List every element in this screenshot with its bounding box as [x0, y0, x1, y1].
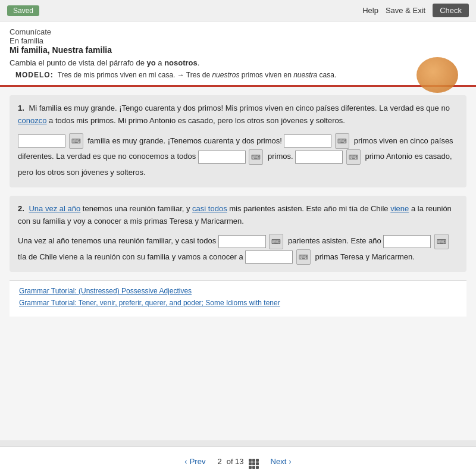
exercise-2-viene: viene [390, 204, 409, 213]
instruction-text: Cambia el punto de vista del párrafo de … [10, 58, 466, 67]
modelo-line: MODELO: Tres de mis primos viven en mi c… [10, 71, 466, 79]
exercise-2-source: 2. Una vez al año tenemos una reunión fa… [18, 203, 458, 228]
exercise-2-una-vez: Una vez al año [29, 204, 80, 213]
check-button[interactable]: Check [433, 4, 469, 17]
exercise-1-input-3[interactable] [198, 151, 246, 164]
prev-button[interactable]: ‹ Prev [184, 457, 205, 466]
modelo-italic1: nuestros [212, 71, 239, 79]
exercise-1-ans-text1: familia es muy grande. ¡Tenemos cuarenta… [87, 136, 284, 145]
saved-badge: Saved [7, 5, 39, 16]
exercise-1-input-1[interactable] [18, 134, 65, 148]
exercise-1-source-text2: a todos mis primos. Mi primo Antonio es … [46, 116, 345, 125]
exercise-block-1: 1. Mi familia es muy grande. ¡Tengo cuar… [10, 95, 466, 187]
modelo-text3: casa. [317, 71, 336, 79]
next-chevron-icon: › [289, 457, 291, 466]
of-pages: of 13 [227, 457, 244, 466]
nosotros-label: nosotros [164, 58, 198, 67]
top-bar-left: Saved [7, 5, 39, 16]
exercise-1-answer: ⌨ familia es muy grande. ¡Tenemos cuaren… [18, 133, 458, 180]
section-en-familia: En familia [10, 36, 466, 45]
modelo-text2: primos viven en [239, 71, 293, 79]
exercise-2-src-text2: mis parientes asisten. Este año mi tía d… [227, 204, 391, 213]
exercise-2-ans-text3: primas Teresa y Maricarmen. [315, 252, 415, 261]
grammar-links-section: Grammar Tutorial: (Unstressed) Possessiv… [10, 280, 466, 317]
next-button[interactable]: Next › [271, 457, 292, 466]
help-button[interactable]: Help [362, 6, 378, 15]
exercise-1-input-4[interactable] [295, 151, 343, 164]
keyboard-icon-4: ⌨ [346, 149, 361, 165]
exercise-1-number: 1. [18, 104, 24, 112]
keyboard-icon-3: ⌨ [249, 149, 263, 165]
grid-icon [249, 455, 259, 469]
next-label: Next [271, 457, 287, 466]
exercise-2-ans-text2: tía de Chile viene a la reunión con su f… [18, 252, 245, 261]
exercise-2-input-3[interactable] [245, 250, 293, 264]
exercise-2-ans-prefix: Una vez al año tenemos una reunión famil… [18, 236, 218, 245]
grammar-link-2[interactable]: Grammar Tutorial: Tener, venir, preferir… [19, 299, 457, 307]
modelo-text1: Tres de mis primos viven en mi casa. → T… [58, 71, 212, 79]
exercise-block-2: 2. Una vez al año tenemos una reunión fa… [10, 196, 466, 273]
exercise-1-conozco: conozco [18, 116, 46, 125]
keyboard-icon-2: ⌨ [335, 133, 349, 149]
exercise-2-input-2[interactable] [383, 235, 431, 248]
exercise-1-input-2[interactable] [284, 134, 331, 148]
prev-chevron-icon: ‹ [184, 457, 187, 466]
page-info: 2 of 13 [217, 455, 258, 469]
exercise-1-source-text1: Mi familia es muy grande. ¡Tengo cuarent… [29, 104, 449, 112]
exercise-2-src-text1: tenemos una reunión familiar, y [80, 204, 192, 213]
keyboard-icon-7: ⌨ [296, 249, 311, 265]
top-bar: Saved Help Save & Exit Check [0, 0, 476, 21]
save-exit-button[interactable]: Save & Exit [386, 6, 425, 15]
prev-label: Prev [190, 457, 206, 466]
main-content: 1. Mi familia es muy grande. ¡Tengo cuar… [0, 87, 476, 440]
bottom-nav: ‹ Prev 2 of 13 Next › [0, 446, 476, 476]
exercise-2-casi-todos: casi todos [192, 204, 227, 213]
exercise-2-ans-text1: parientes asisten. Este año [288, 236, 383, 245]
current-page: 2 [217, 457, 221, 466]
yo-label: yo [147, 58, 156, 67]
section-mi-familia: Mi familia, Nuestra familia [10, 45, 466, 55]
decorative-blob [416, 57, 458, 93]
grid-view-icon [249, 459, 259, 469]
top-bar-right: Help Save & Exit Check [362, 4, 469, 17]
header-section: Comunícate En familia Mi familia, Nuestr… [0, 21, 476, 87]
grammar-link-1[interactable]: Grammar Tutorial: (Unstressed) Possessiv… [19, 287, 457, 295]
exercise-1-ans-text3: primos. [268, 152, 295, 161]
modelo-label: MODELO: [15, 71, 54, 79]
keyboard-icon-6: ⌨ [434, 234, 449, 249]
keyboard-icon-5: ⌨ [269, 234, 283, 249]
modelo-italic2: nuestra [293, 71, 317, 79]
exercise-2-number: 2. [18, 204, 24, 213]
exercise-2-answer: Una vez al año tenemos una reunión famil… [18, 233, 458, 265]
section-comunicate: Comunícate [10, 27, 466, 36]
exercise-2-input-1[interactable] [218, 235, 266, 248]
exercise-1-source: 1. Mi familia es muy grande. ¡Tengo cuar… [18, 102, 458, 127]
keyboard-icon-1: ⌨ [69, 133, 83, 149]
